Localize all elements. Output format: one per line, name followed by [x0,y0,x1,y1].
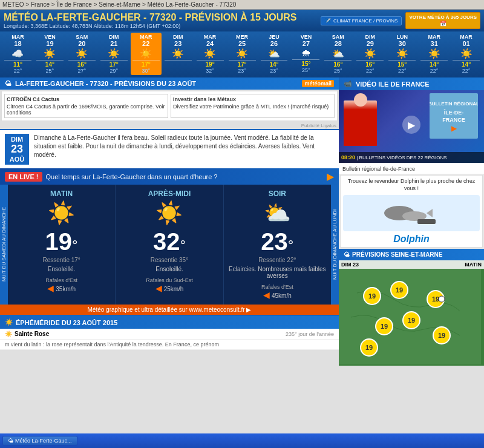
video-title-label: BULLETINS VIDÉOS DES 22 RÉGIONS [359,155,447,160]
period-temp-wrap: 19° [11,228,111,255]
header-info: MÉTÉO LA-FERTE-GAUCHER - 77320 - PRÉVISI… [4,12,297,29]
ad-area: CITROËN C4 Cactus Citroën C4 Cactus à pa… [1,91,338,121]
period-wind-row: ◀ 35km/h [11,283,111,293]
forecast-day-3[interactable]: DIM 21 ☀️ 17° 29° [99,33,129,75]
forecast-day-12[interactable]: LUN 30 ☀️ 15° 22° [387,33,417,75]
day-num: 01 [451,40,481,47]
forecast-day-6[interactable]: MAR 24 ☀️ 19° 32° [195,33,226,75]
ad-text-1: Citroën C4 Cactus à partir de 169€/MOIS,… [7,104,165,116]
main-content: 🌤 LA-FERTE-GAUCHER - 77320 - PRÉVISIONS … [0,77,484,365]
temp-low: 27° [67,68,97,74]
wind-arrow-icon: ◀ [155,283,162,293]
day-num: 21 [99,40,129,47]
period-condition: Ensoleillé. [119,266,219,272]
svg-text:BULLETIN RÉGIONAL: BULLETIN RÉGIONAL [430,101,478,107]
temp-low: 22° [387,68,417,74]
page-title: MÉTÉO LA-FERTE-GAUCHER - 77320 - PRÉVISI… [4,12,297,23]
period-col-0: MATIN ☀️ 19° Ressentie 17° Ensoleillé. R… [8,185,116,305]
temp-low: 22° [3,68,33,74]
climat-button[interactable]: ✈️ CLIMAT FRANCE / PROVINS [321,16,402,25]
temp-low: 29° [99,68,129,74]
period-ressentie: Ressentie 35° [119,257,219,263]
day-num: 19 [35,40,65,47]
temp-high: 15° [387,61,417,68]
ad-text-2: Diversifiez votre Patrimoine grâce à MTL… [173,104,329,110]
forecast-day-5[interactable]: DIM 23 ☀️ [163,33,194,75]
previsions-header: 🌤 PRÉVISIONS SEINE-ET-MARNE [339,249,484,260]
period-wind-row: ◀ 25km/h [119,283,219,293]
forecast-day-0[interactable]: MAR 18 ☁️ 11° 22° [2,33,33,75]
forecast-day-9[interactable]: VEN 27 🌧 15° 25° [290,33,321,75]
browser-title-bar: METEO > France > Île de France > Seine-e… [0,0,484,10]
temp-high: 14° [419,61,449,68]
weather-icon: ⛅ [323,48,353,59]
day-name: LUN [387,34,417,40]
forecast-day-2[interactable]: SAM 20 ☀️ 16° 27° [67,33,97,75]
day-name: MAR [195,34,225,40]
previsions-day: DIM 23 [341,262,359,268]
forecast-row: MAR 18 ☁️ 11° 22° VEN 19 ☀️ 14° 25° SAM … [0,31,484,77]
ephem-desc-row: m vient du latin : la rose représentait … [0,340,339,350]
period-condition: Eclaircies. Nombreuses mais faibles aver… [227,266,327,279]
presenter-head [354,93,367,107]
weather-icon: ☀️ [355,48,385,59]
temp-low: 22° [451,68,481,74]
temp-high: 14° [451,61,481,68]
forecast-day-10[interactable]: SAM 28 ⛅ 16° 25° [322,33,353,75]
local-section-header: 🌤 LA-FERTE-GAUCHER - 77320 - PRÉVISIONS … [0,77,339,90]
meteomail-badge[interactable]: météomail [302,80,334,87]
dolphin-ad-image [343,195,480,231]
forecast-day-8[interactable]: JEU 26 ⛅ 14° 23° [259,33,290,75]
day-label-1: DIM [8,136,25,143]
day-name: JEU [260,34,289,40]
header-coords: Longitude: 3,368E Latitude: 48,783N Alti… [4,23,297,29]
day-num: 30 [387,40,417,47]
ad-item-1[interactable]: CITROËN C4 Cactus Citroën C4 Cactus à pa… [4,94,168,118]
temp-low: 22° [419,68,449,74]
weather-icon: ☀️ [419,48,449,59]
ad-item-2[interactable]: Investir dans les Métaux Diversifiez vot… [171,94,335,118]
period-wind-label: Rafales d'Est [227,284,327,290]
temp-high: 17° [227,61,257,68]
day-num: 29 [355,40,385,47]
forecast-day-4[interactable]: MAR 22 ☀️ 17° 30° [131,33,162,75]
temp-high: 17° [131,61,161,68]
taskbar-button[interactable]: 🌤 Météo La-Ferte-Gauc... [2,436,77,446]
day-name: SAM [67,34,97,40]
day-name: DIM [355,34,385,40]
forecast-day-11[interactable]: DIM 29 ☀️ 16° 22° [355,33,385,75]
live-arrow-icon[interactable]: ▶ [327,171,334,182]
video-thumbnail[interactable]: BULLETIN RÉGIONAL ÎLE-DE- FRANCE ▶ ▶ 08:… [339,90,484,163]
ephemeride-row: ☀️ Sainte Rose 235° jour de l'année [0,329,339,340]
period-wind-speed: 35km/h [56,286,76,292]
temp-low: 22° [355,68,385,74]
taskbar: 🌤 Météo La-Ferte-Gauc... [0,433,484,448]
period-wind-label: Rafales d'Est [11,277,111,283]
temp-high: 14° [260,61,289,68]
temp-high: 19° [195,61,225,68]
ad-title-1: CITROËN C4 Cactus [7,96,166,102]
svg-rect-8 [417,219,436,224]
votre-meteo-button[interactable]: VOTRE MÉTÉO À 365 JOURS 📅 [405,12,480,29]
live-section: EN LIVE ! Quel temps sur La-Ferte-Gauche… [0,168,339,315]
live-periods-inner: MATIN ☀️ 19° Ressentie 17° Ensoleillé. R… [8,185,331,305]
period-name: APRÈS-MIDI [119,189,219,198]
taskbar-label: Météo La-Ferte-Gauc... [15,438,72,444]
ephem-desc: m vient du latin : la rose représentait … [5,341,219,348]
day-name: VEN [291,34,321,40]
forecast-day-14[interactable]: MAR 01 ☀️ 14° 22° [451,33,482,75]
day-num: 25 [227,40,257,47]
svg-text:ÎLE-DE-: ÎLE-DE- [443,109,464,116]
forecast-day-7[interactable]: MER 25 ☀️ 17° 23° [227,33,258,75]
svg-text:FRANCE: FRANCE [442,117,465,123]
weather-icon: ☀️ [67,48,97,59]
forecast-day-1[interactable]: VEN 19 ☀️ 14° 25° [34,33,65,75]
video-play-button[interactable]: ▶ [402,116,420,134]
period-ressentie: Ressentie 17° [11,257,111,263]
weather-icon: ☀️ [99,48,129,59]
dolphin-ad[interactable]: Trouvez le revendeur Dolphin le plus pro… [340,175,483,247]
temp-low: 25° [323,68,353,74]
live-footer[interactable]: Météo graphique et ultra détaillée sur w… [0,305,339,315]
forecast-day-13[interactable]: MAR 31 ☀️ 14° 22° [419,33,450,75]
day-num: 18 [3,40,33,47]
